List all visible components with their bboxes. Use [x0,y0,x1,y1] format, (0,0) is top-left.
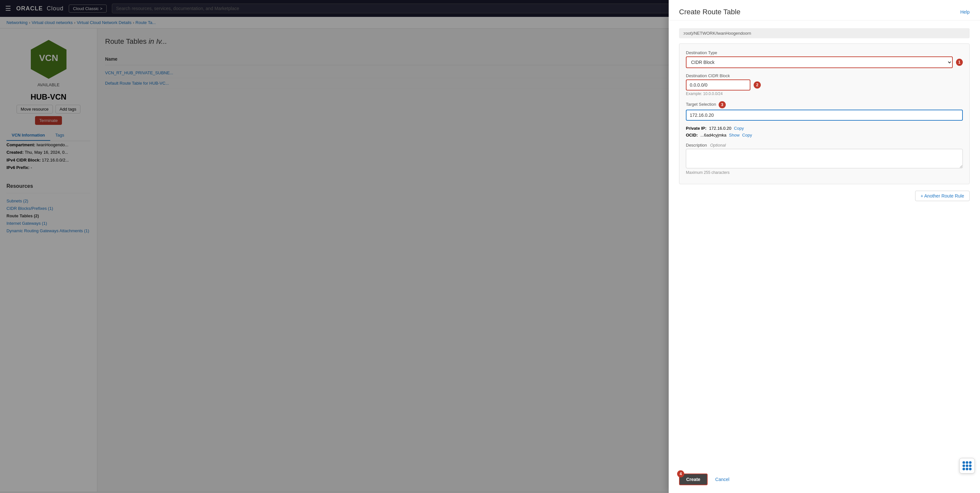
ocid-show-link[interactable]: Show [729,133,740,138]
destination-cidr-input[interactable] [686,80,750,91]
destination-cidr-row: Destination CIDR Block 2 Example: 10.0.0… [686,73,963,96]
another-route-rule-button[interactable]: + Another Route Rule [915,191,970,201]
route-rule-form-section: Destination Type CIDR Block Service CIDR… [679,43,970,184]
step-badge-1: 1 [956,59,963,66]
modal-help-link[interactable]: Help [960,10,970,14]
description-hint: Maximum 255 characters [686,170,963,175]
modal-body: :root)/NETWORK/IwanHoogendoorn Destinati… [669,21,980,468]
compartment-path-text: :root)/NETWORK/IwanHoogendoorn [683,31,751,36]
destination-cidr-hint: Example: 10.0.0.0/24 [686,91,963,96]
private-ip-value: 172.16.0.20 [709,126,732,131]
step-badge-4: 4 [677,470,684,477]
description-textarea[interactable] [686,149,963,169]
private-ip-copy-link[interactable]: Copy [734,126,744,131]
destination-type-label: Destination Type [686,50,963,55]
help-widget-grid-icon [963,461,972,470]
compartment-path: :root)/NETWORK/IwanHoogendoorn [679,28,970,38]
description-label: Description Optional [686,143,963,148]
modal-header: Create Route Table Help [669,0,980,21]
ocid-copy-link[interactable]: Copy [742,133,752,138]
ocid-label: OCID: [686,133,698,138]
description-optional: Optional [710,143,726,148]
destination-type-select[interactable]: CIDR Block Service CIDR Block [686,56,953,68]
step-badge-3: 3 [719,101,726,108]
private-ip-row: Private IP: 172.16.0.20 Copy [686,126,963,131]
modal-title: Create Route Table [679,8,740,16]
target-selection-label: Target Selection 3 [686,101,963,108]
ocid-row: OCID: ...6ad4cyjmka Show Copy [686,133,963,138]
destination-cidr-label: Destination CIDR Block [686,73,963,78]
help-widget[interactable] [959,458,975,474]
private-ip-label: Private IP: [686,126,706,131]
step-badge-2: 2 [754,81,761,89]
modal-footer: 4 Create Cancel [669,468,980,493]
target-selection-row: Target Selection 3 [686,101,963,121]
destination-type-row: Destination Type CIDR Block Service CIDR… [686,50,963,68]
ocid-value: ...6ad4cyjmka [700,133,726,138]
description-row: Description Optional Maximum 255 charact… [686,143,963,175]
target-selection-input[interactable] [686,110,963,121]
cancel-button[interactable]: Cancel [711,474,733,485]
create-route-table-modal: Create Route Table Help :root)/NETWORK/I… [669,0,980,493]
